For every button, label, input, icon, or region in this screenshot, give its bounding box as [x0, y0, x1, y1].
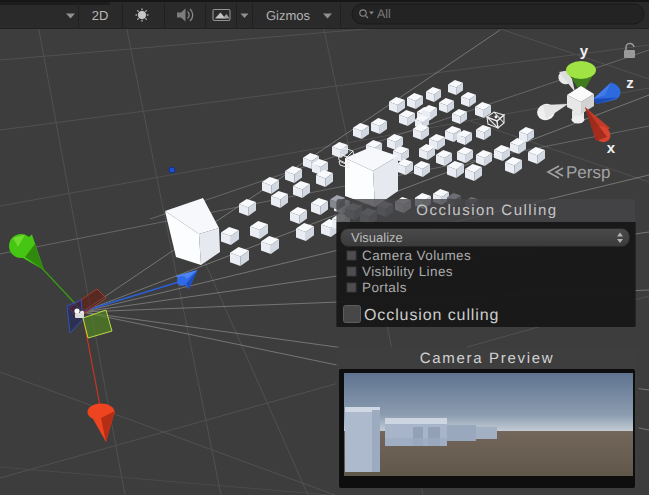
svg-text:Occlusion Culling: Occlusion Culling — [416, 202, 557, 219]
svg-text:Gizmos: Gizmos — [266, 8, 311, 23]
svg-text:Portals: Portals — [362, 280, 407, 295]
svg-text:Camera Preview: Camera Preview — [420, 350, 555, 367]
svg-text:y: y — [580, 43, 589, 60]
svg-text:Visualize: Visualize — [351, 230, 403, 245]
svg-text:Occlusion culling: Occlusion culling — [364, 307, 499, 324]
svg-text:Camera Volumes: Camera Volumes — [362, 248, 471, 263]
svg-text:Persp: Persp — [566, 163, 610, 182]
svg-text:All: All — [377, 7, 391, 21]
svg-text:z: z — [626, 75, 634, 92]
svg-text:x: x — [607, 140, 616, 157]
svg-text:2D: 2D — [92, 8, 109, 23]
svg-text:Visibility Lines: Visibility Lines — [362, 264, 453, 279]
